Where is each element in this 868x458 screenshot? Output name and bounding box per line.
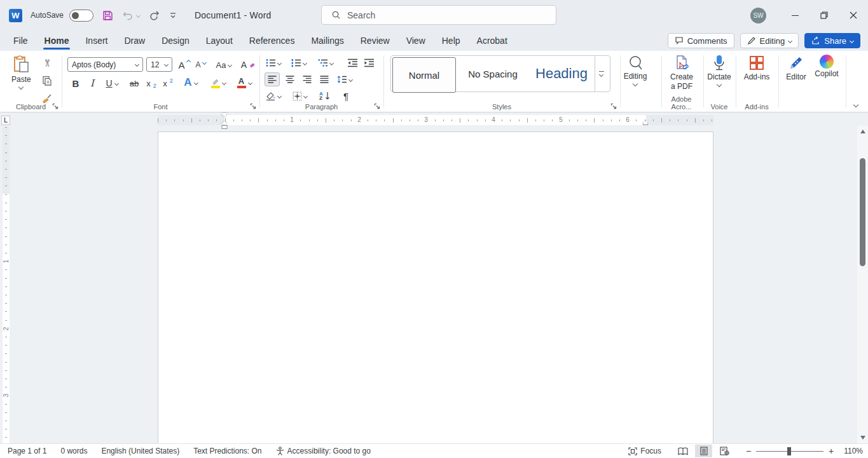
multilevel-list-button[interactable] (318, 56, 333, 70)
numbering-button[interactable] (291, 56, 307, 70)
editing-button[interactable]: Editing (618, 55, 652, 86)
vertical-ruler[interactable]: 1 2 3 (3, 127, 10, 443)
dictate-button[interactable]: Dictate (704, 55, 734, 86)
line-spacing-button[interactable] (337, 72, 352, 86)
scrollbar-thumb[interactable] (860, 158, 865, 266)
style-normal[interactable]: Normal (392, 57, 456, 93)
strikethrough-button[interactable]: ab (127, 76, 142, 91)
collapse-ribbon-icon[interactable] (853, 102, 858, 107)
accessibility-indicator[interactable]: Accessibility: Good to go (276, 447, 371, 455)
read-mode-button[interactable] (674, 445, 691, 457)
tab-references[interactable]: References (241, 30, 303, 51)
font-dialog-launcher-icon[interactable] (250, 103, 256, 109)
paste-button[interactable]: Paste (11, 55, 31, 89)
addins-button[interactable]: Add-ins (740, 55, 773, 81)
bold-button[interactable]: B (69, 76, 82, 91)
align-left-button[interactable] (265, 72, 280, 86)
subscript-button[interactable]: x2 (144, 76, 158, 91)
highlight-button[interactable] (207, 75, 230, 90)
tab-acrobat[interactable]: Acrobat (469, 30, 516, 51)
search-input[interactable] (347, 10, 538, 20)
tab-stop-selector[interactable]: L (1, 116, 10, 125)
zoom-out-button[interactable]: − (743, 446, 754, 456)
web-layout-button[interactable] (716, 445, 733, 457)
bullets-button[interactable] (266, 56, 281, 70)
document-page[interactable] (158, 131, 713, 443)
zoom-in-button[interactable]: + (826, 446, 836, 456)
redo-icon[interactable] (149, 10, 160, 21)
show-hide-marks-button[interactable]: ¶ (340, 89, 352, 103)
shading-button[interactable] (266, 89, 281, 103)
hanging-indent-marker[interactable] (221, 121, 228, 125)
tab-mailings[interactable]: Mailings (303, 30, 352, 51)
increase-indent-button[interactable] (364, 56, 375, 70)
left-indent-marker[interactable] (222, 125, 228, 129)
quick-access-customize-icon[interactable] (169, 11, 177, 19)
tab-layout[interactable]: Layout (198, 30, 241, 51)
editing-mode-button[interactable]: Editing (740, 33, 799, 48)
copy-button[interactable] (39, 74, 55, 88)
autosave-toggle[interactable] (69, 10, 93, 22)
restore-button[interactable] (809, 0, 839, 30)
scroll-down-button[interactable] (857, 433, 868, 442)
tab-design[interactable]: Design (153, 30, 198, 51)
tab-home[interactable]: Home (36, 30, 78, 51)
decrease-indent-button[interactable] (347, 56, 358, 70)
align-center-button[interactable] (282, 72, 298, 86)
zoom-level[interactable]: 110% (840, 447, 863, 455)
superscript-button[interactable]: x2 (161, 76, 175, 91)
editor-button[interactable]: Editor (781, 55, 811, 81)
change-case-button[interactable]: Aa (214, 57, 233, 72)
font-color-button[interactable]: A (233, 75, 255, 90)
align-right-button[interactable] (300, 72, 315, 86)
font-size-combo[interactable]: 12 (146, 57, 172, 72)
tab-insert[interactable]: Insert (77, 30, 116, 51)
zoom-thumb[interactable] (787, 447, 791, 455)
save-icon[interactable] (102, 10, 113, 21)
avatar[interactable]: SW (750, 8, 766, 24)
first-line-indent-marker[interactable] (221, 113, 228, 117)
paragraph-dialog-launcher-icon[interactable] (374, 103, 380, 109)
vertical-scrollbar[interactable] (857, 126, 868, 443)
scroll-up-button[interactable] (857, 127, 868, 136)
language-indicator[interactable]: English (United States) (101, 447, 179, 455)
tab-draw[interactable]: Draw (116, 30, 153, 51)
clipboard-dialog-launcher-icon[interactable] (52, 103, 59, 109)
horizontal-ruler[interactable]: 1 2 3 4 5 6 (158, 115, 713, 125)
create-pdf-button[interactable]: Create a PDF (665, 55, 699, 91)
tab-file[interactable]: File (5, 30, 36, 51)
search-box[interactable] (321, 5, 556, 25)
undo-icon[interactable] (122, 10, 134, 21)
borders-button[interactable] (293, 89, 307, 103)
text-predictions-indicator[interactable]: Text Predictions: On (193, 447, 261, 455)
styles-gallery-more-button[interactable] (595, 56, 607, 91)
comments-button[interactable]: Comments (668, 33, 734, 48)
sort-button[interactable]: A Z (319, 89, 330, 103)
cut-button[interactable]: ✄ (39, 56, 55, 70)
style-no-spacing[interactable]: No Spacing (457, 56, 528, 91)
word-count[interactable]: 0 words (60, 447, 87, 455)
undo-dropdown-icon[interactable] (136, 13, 141, 17)
font-group: Aptos (Body) 12 A A Aa A B I (62, 51, 259, 112)
styles-dialog-launcher-icon[interactable] (610, 103, 617, 109)
zoom-slider[interactable] (756, 447, 823, 455)
style-heading[interactable]: Heading (528, 56, 595, 91)
font-family-combo[interactable]: Aptos (Body) (67, 57, 143, 72)
close-button[interactable] (839, 0, 868, 30)
tab-view[interactable]: View (398, 30, 434, 51)
justify-button[interactable] (317, 72, 332, 86)
focus-button[interactable]: Focus (628, 447, 661, 455)
share-button[interactable]: Share (804, 33, 860, 48)
grow-font-button[interactable]: A (177, 57, 192, 72)
tab-review[interactable]: Review (352, 30, 398, 51)
minimize-button[interactable] (780, 0, 809, 30)
page-indicator[interactable]: Page 1 of 1 (8, 447, 46, 455)
copilot-button[interactable]: Copilot (811, 55, 842, 78)
print-layout-button[interactable] (695, 445, 712, 457)
tab-help[interactable]: Help (434, 30, 469, 51)
underline-button[interactable]: U (101, 76, 123, 91)
clear-formatting-button[interactable]: A (240, 57, 256, 72)
shrink-font-button[interactable]: A (193, 57, 209, 72)
italic-button[interactable]: I (86, 76, 99, 91)
text-effects-button[interactable]: A (180, 75, 202, 90)
